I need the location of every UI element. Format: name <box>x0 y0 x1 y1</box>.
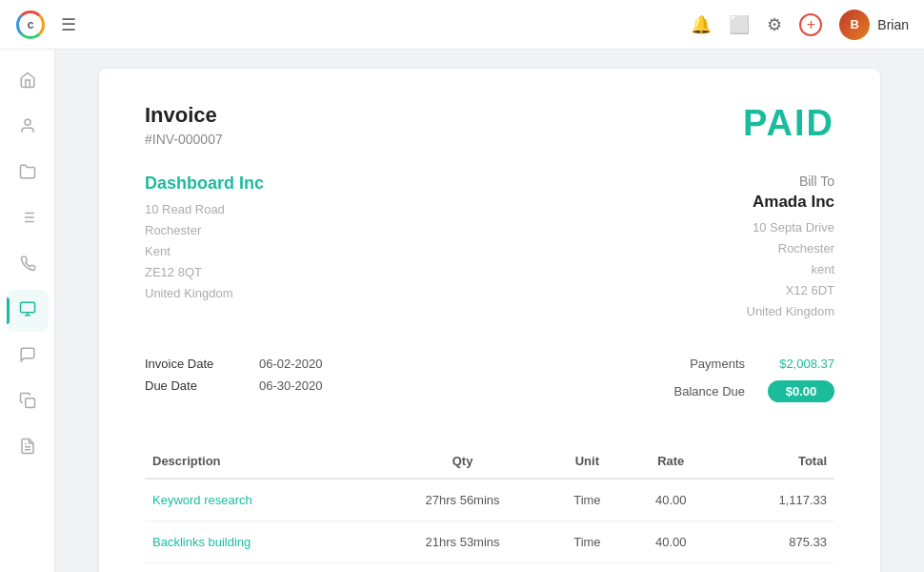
to-address-line2: Rochester <box>747 238 835 259</box>
payments-row: Payments $2,008.37 <box>674 357 834 371</box>
invoice-date-label: Invoice Date <box>145 357 240 371</box>
table-header-row: Description Qty Unit Rate Total <box>145 444 834 479</box>
notification-icon: 🔔 <box>691 14 712 35</box>
bill-section: Dashboard Inc 10 Read Road Rochester Ken… <box>145 174 834 322</box>
due-date-value: 06-30-2020 <box>259 378 323 393</box>
hamburger-icon: ☰ <box>61 14 76 35</box>
from-address-line5: United Kingdom <box>145 283 264 304</box>
payments-amount: $2,008.37 <box>768 357 834 371</box>
user-avatar-area[interactable]: B Brian <box>839 10 909 40</box>
copy-icon <box>19 392 36 414</box>
cell-unit: Time <box>547 521 627 563</box>
cell-rate: 40.00 <box>627 563 714 572</box>
sidebar-item-calls[interactable] <box>7 244 49 286</box>
bill-to-company: Amada Inc <box>747 193 835 212</box>
col-total: Total <box>714 444 834 479</box>
content-area: Invoice #INV-000007 PAID Dashboard Inc 1… <box>55 50 924 572</box>
to-section: Bill To Amada Inc 10 Septa Drive Rochest… <box>747 174 835 322</box>
from-address-line4: ZE12 8QT <box>145 262 264 283</box>
table-row: Backlinks building 21hrs 53mins Time 40.… <box>145 521 834 563</box>
folder-icon <box>19 163 36 185</box>
to-address: 10 Septa Drive Rochester kent X12 6DT Un… <box>747 217 835 322</box>
from-company-name: Dashboard Inc <box>145 174 264 194</box>
dates-block: Invoice Date 06-02-2020 Due Date 06-30-2… <box>145 357 323 400</box>
cell-total: 1,117.33 <box>714 479 834 521</box>
col-rate: Rate <box>627 444 714 479</box>
user-name: Brian <box>877 17 909 32</box>
from-address-line1: 10 Read Road <box>145 199 264 220</box>
payments-block: Payments $2,008.37 Balance Due $0.00 <box>674 357 834 402</box>
from-address-line2: Rochester <box>145 220 264 241</box>
main-layout: Invoice #INV-000007 PAID Dashboard Inc 1… <box>0 50 924 572</box>
sidebar-item-messages[interactable] <box>7 336 49 378</box>
cell-unit: Time <box>547 563 627 572</box>
notification-button[interactable]: 🔔 <box>691 14 712 35</box>
cell-qty: 27hrs 56mins <box>378 479 548 521</box>
cell-description: Create content plan <box>145 563 378 572</box>
cell-total: 36.00 <box>714 563 834 572</box>
svg-rect-7 <box>20 302 34 313</box>
sidebar-item-home[interactable] <box>7 61 49 103</box>
cell-rate: 40.00 <box>627 521 714 563</box>
to-address-line1: 10 Septa Drive <box>747 217 835 238</box>
add-circle-icon: + <box>799 13 822 36</box>
home-icon <box>19 72 36 93</box>
from-section: Dashboard Inc 10 Read Road Rochester Ken… <box>145 174 264 304</box>
sidebar-item-users[interactable] <box>7 107 49 149</box>
gear-icon: ⚙ <box>767 14 782 35</box>
due-date-row: Due Date 06-30-2020 <box>145 378 323 393</box>
svg-point-0 <box>25 119 30 125</box>
receipt-icon <box>19 438 36 460</box>
invoice-date-value: 06-02-2020 <box>259 357 323 371</box>
cell-description: Keyword research <box>145 479 378 521</box>
invoice-icon <box>19 300 36 322</box>
avatar: B <box>839 10 870 40</box>
sidebar-item-documents[interactable] <box>7 381 49 423</box>
to-address-line5: United Kingdom <box>747 301 835 322</box>
top-nav: ☰ 🔔 ⬜ ⚙ + B Brian <box>0 0 924 50</box>
invoice-table: Description Qty Unit Rate Total Keyword … <box>145 444 834 572</box>
bill-to-label: Bill To <box>747 174 835 189</box>
invoice-number: #INV-000007 <box>145 132 223 147</box>
svg-rect-10 <box>25 398 34 407</box>
to-address-line4: X12 6DT <box>747 280 835 301</box>
chat-icon <box>19 346 36 368</box>
paid-status-badge: PAID <box>743 103 834 144</box>
cell-qty: 54mins <box>378 563 548 572</box>
users-icon <box>19 117 36 139</box>
sidebar-item-tasks[interactable] <box>7 198 49 240</box>
phone-icon <box>19 255 36 276</box>
cell-description: Backlinks building <box>145 521 378 563</box>
invoice-card: Invoice #INV-000007 PAID Dashboard Inc 1… <box>99 69 880 572</box>
cell-unit: Time <box>547 479 627 521</box>
sidebar-item-reports[interactable] <box>7 427 49 469</box>
nav-icons: 🔔 ⬜ ⚙ + B Brian <box>691 10 909 40</box>
invoice-title-block: Invoice #INV-000007 <box>145 103 223 147</box>
cell-rate: 40.00 <box>627 479 714 521</box>
list-icon <box>19 209 36 231</box>
from-address: 10 Read Road Rochester Kent ZE12 8QT Uni… <box>145 199 264 304</box>
balance-due-amount: $0.00 <box>768 380 834 402</box>
sidebar-item-invoices[interactable] <box>7 290 49 332</box>
settings-button[interactable]: ⚙ <box>767 14 782 35</box>
sidebar <box>0 50 55 572</box>
meta-section: Invoice Date 06-02-2020 Due Date 06-30-2… <box>145 357 834 410</box>
app-logo <box>15 10 46 40</box>
menu-button[interactable]: ☰ <box>61 14 76 35</box>
invoice-date-row: Invoice Date 06-02-2020 <box>145 357 323 371</box>
add-button[interactable]: + <box>799 13 822 36</box>
sidebar-item-files[interactable] <box>7 153 49 194</box>
tablet-icon: ⬜ <box>729 14 750 35</box>
payments-label: Payments <box>690 357 745 371</box>
balance-due-label: Balance Due <box>674 384 745 398</box>
invoice-header: Invoice #INV-000007 PAID <box>145 103 834 147</box>
to-address-line3: kent <box>747 259 835 280</box>
col-qty: Qty <box>378 444 548 479</box>
invoice-title: Invoice <box>145 103 223 128</box>
table-row: Keyword research 27hrs 56mins Time 40.00… <box>145 479 834 521</box>
tablet-button[interactable]: ⬜ <box>729 14 750 35</box>
col-description: Description <box>145 444 378 479</box>
col-unit: Unit <box>547 444 627 479</box>
from-address-line3: Kent <box>145 241 264 262</box>
balance-row: Balance Due $0.00 <box>674 380 834 402</box>
